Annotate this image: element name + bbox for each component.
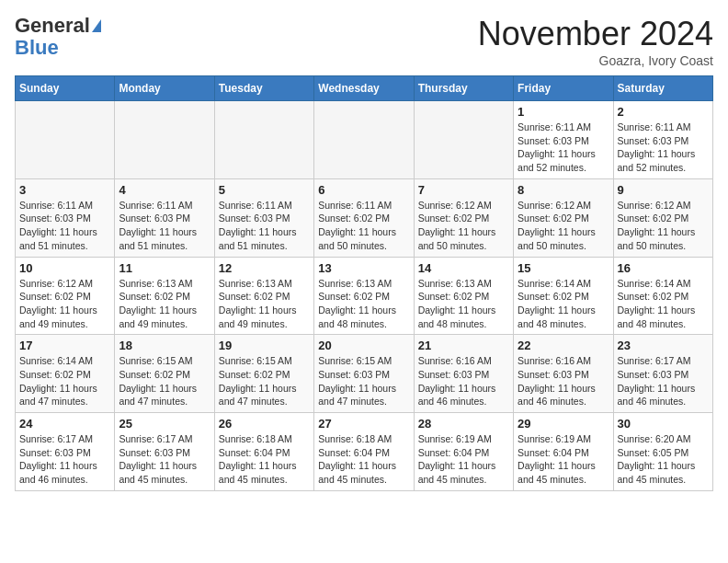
calendar-cell: 22Sunrise: 6:16 AMSunset: 6:03 PMDayligh…: [514, 335, 613, 413]
calendar-week-row: 10Sunrise: 6:12 AMSunset: 6:02 PMDayligh…: [16, 257, 713, 335]
day-number: 3: [19, 183, 110, 197]
calendar-cell: 20Sunrise: 6:15 AMSunset: 6:03 PMDayligh…: [314, 335, 414, 413]
calendar-cell: 4Sunrise: 6:11 AMSunset: 6:03 PMDaylight…: [115, 178, 214, 257]
day-number: 16: [618, 261, 709, 275]
calendar-cell: 7Sunrise: 6:12 AMSunset: 6:02 PMDaylight…: [414, 178, 513, 257]
calendar-week-row: 1Sunrise: 6:11 AMSunset: 6:03 PMDaylight…: [16, 101, 713, 179]
calendar-week-row: 17Sunrise: 6:14 AMSunset: 6:02 PMDayligh…: [16, 335, 713, 413]
day-number: 21: [418, 339, 509, 352]
calendar-cell: 27Sunrise: 6:18 AMSunset: 6:04 PMDayligh…: [314, 413, 414, 491]
logo-blue: Blue: [15, 37, 59, 59]
weekday-header: Sunday: [16, 76, 115, 101]
day-info: Sunrise: 6:14 AMSunset: 6:02 PMDaylight:…: [19, 354, 110, 408]
calendar-cell: 15Sunrise: 6:14 AMSunset: 6:02 PMDayligh…: [514, 257, 613, 335]
day-info: Sunrise: 6:18 AMSunset: 6:04 PMDaylight:…: [318, 432, 409, 487]
day-info: Sunrise: 6:14 AMSunset: 6:02 PMDaylight:…: [518, 277, 609, 331]
day-number: 9: [618, 183, 709, 197]
day-number: 13: [318, 261, 409, 275]
calendar-cell: 11Sunrise: 6:13 AMSunset: 6:02 PMDayligh…: [115, 257, 214, 335]
day-number: 11: [119, 261, 210, 275]
weekday-header: Tuesday: [214, 76, 313, 101]
page-header: General Blue November 2024 Goazra, Ivory…: [15, 15, 713, 68]
calendar-cell: [214, 101, 313, 179]
day-number: 25: [119, 417, 210, 431]
day-info: Sunrise: 6:11 AMSunset: 6:03 PMDaylight:…: [19, 199, 110, 253]
day-number: 2: [618, 105, 709, 119]
weekday-header: Saturday: [613, 76, 712, 101]
day-info: Sunrise: 6:15 AMSunset: 6:02 PMDaylight:…: [119, 354, 210, 408]
day-info: Sunrise: 6:17 AMSunset: 6:03 PMDaylight:…: [119, 432, 210, 487]
day-info: Sunrise: 6:15 AMSunset: 6:02 PMDaylight:…: [219, 354, 310, 408]
day-info: Sunrise: 6:11 AMSunset: 6:03 PMDaylight:…: [119, 199, 210, 253]
calendar-cell: 24Sunrise: 6:17 AMSunset: 6:03 PMDayligh…: [16, 413, 115, 491]
day-number: 27: [318, 417, 409, 431]
day-info: Sunrise: 6:11 AMSunset: 6:03 PMDaylight:…: [219, 199, 310, 253]
day-info: Sunrise: 6:14 AMSunset: 6:02 PMDaylight:…: [618, 277, 709, 331]
month-title: November 2024: [478, 15, 713, 53]
day-info: Sunrise: 6:19 AMSunset: 6:04 PMDaylight:…: [418, 432, 509, 487]
weekday-header: Wednesday: [314, 76, 414, 101]
day-info: Sunrise: 6:17 AMSunset: 6:03 PMDaylight:…: [19, 432, 110, 487]
calendar-cell: 21Sunrise: 6:16 AMSunset: 6:03 PMDayligh…: [414, 335, 513, 413]
calendar-cell: 16Sunrise: 6:14 AMSunset: 6:02 PMDayligh…: [613, 257, 712, 335]
calendar-cell: 29Sunrise: 6:19 AMSunset: 6:04 PMDayligh…: [514, 413, 613, 491]
calendar-cell: 6Sunrise: 6:11 AMSunset: 6:02 PMDaylight…: [314, 178, 414, 257]
day-number: 20: [318, 339, 409, 352]
weekday-header: Monday: [115, 76, 214, 101]
day-number: 28: [418, 417, 509, 431]
day-number: 14: [418, 261, 509, 275]
day-info: Sunrise: 6:11 AMSunset: 6:02 PMDaylight:…: [318, 199, 409, 253]
calendar-cell: 8Sunrise: 6:12 AMSunset: 6:02 PMDaylight…: [514, 178, 613, 257]
day-number: 24: [19, 417, 110, 431]
calendar-week-row: 24Sunrise: 6:17 AMSunset: 6:03 PMDayligh…: [16, 413, 713, 491]
calendar-cell: 14Sunrise: 6:13 AMSunset: 6:02 PMDayligh…: [414, 257, 513, 335]
day-number: 30: [618, 417, 709, 431]
day-info: Sunrise: 6:13 AMSunset: 6:02 PMDaylight:…: [418, 277, 509, 331]
weekday-header: Thursday: [414, 76, 513, 101]
calendar-cell: 26Sunrise: 6:18 AMSunset: 6:04 PMDayligh…: [214, 413, 313, 491]
day-number: 8: [518, 183, 609, 197]
calendar-cell: 25Sunrise: 6:17 AMSunset: 6:03 PMDayligh…: [115, 413, 214, 491]
logo: General Blue: [15, 15, 101, 59]
calendar-cell: 2Sunrise: 6:11 AMSunset: 6:03 PMDaylight…: [613, 101, 712, 179]
day-number: 15: [518, 261, 609, 275]
day-number: 7: [418, 183, 509, 197]
location: Goazra, Ivory Coast: [478, 53, 713, 68]
day-number: 12: [219, 261, 310, 275]
calendar-cell: [115, 101, 214, 179]
calendar-cell: 12Sunrise: 6:13 AMSunset: 6:02 PMDayligh…: [214, 257, 313, 335]
day-info: Sunrise: 6:12 AMSunset: 6:02 PMDaylight:…: [19, 277, 110, 331]
calendar-cell: 23Sunrise: 6:17 AMSunset: 6:03 PMDayligh…: [613, 335, 712, 413]
calendar-cell: [414, 101, 513, 179]
day-number: 18: [119, 339, 210, 352]
day-info: Sunrise: 6:20 AMSunset: 6:05 PMDaylight:…: [618, 432, 709, 487]
calendar-header-row: SundayMondayTuesdayWednesdayThursdayFrid…: [16, 76, 713, 101]
day-info: Sunrise: 6:16 AMSunset: 6:03 PMDaylight:…: [518, 354, 609, 408]
calendar-cell: [16, 101, 115, 179]
day-info: Sunrise: 6:12 AMSunset: 6:02 PMDaylight:…: [518, 199, 609, 253]
day-number: 4: [119, 183, 210, 197]
day-number: 26: [219, 417, 310, 431]
calendar-cell: [314, 101, 414, 179]
day-number: 10: [19, 261, 110, 275]
day-info: Sunrise: 6:13 AMSunset: 6:02 PMDaylight:…: [219, 277, 310, 331]
calendar-cell: 28Sunrise: 6:19 AMSunset: 6:04 PMDayligh…: [414, 413, 513, 491]
day-info: Sunrise: 6:12 AMSunset: 6:02 PMDaylight:…: [618, 199, 709, 253]
calendar-cell: 1Sunrise: 6:11 AMSunset: 6:03 PMDaylight…: [514, 101, 613, 179]
calendar-week-row: 3Sunrise: 6:11 AMSunset: 6:03 PMDaylight…: [16, 178, 713, 257]
day-info: Sunrise: 6:19 AMSunset: 6:04 PMDaylight:…: [518, 432, 609, 487]
title-area: November 2024 Goazra, Ivory Coast: [478, 15, 713, 68]
day-number: 6: [318, 183, 409, 197]
day-number: 29: [518, 417, 609, 431]
calendar-cell: 30Sunrise: 6:20 AMSunset: 6:05 PMDayligh…: [613, 413, 712, 491]
calendar-cell: 17Sunrise: 6:14 AMSunset: 6:02 PMDayligh…: [16, 335, 115, 413]
calendar-cell: 3Sunrise: 6:11 AMSunset: 6:03 PMDaylight…: [16, 178, 115, 257]
day-info: Sunrise: 6:17 AMSunset: 6:03 PMDaylight:…: [618, 354, 709, 408]
logo-general: General: [15, 15, 90, 37]
calendar-cell: 9Sunrise: 6:12 AMSunset: 6:02 PMDaylight…: [613, 178, 712, 257]
calendar-cell: 5Sunrise: 6:11 AMSunset: 6:03 PMDaylight…: [214, 178, 313, 257]
day-info: Sunrise: 6:12 AMSunset: 6:02 PMDaylight:…: [418, 199, 509, 253]
day-info: Sunrise: 6:16 AMSunset: 6:03 PMDaylight:…: [418, 354, 509, 408]
weekday-header: Friday: [514, 76, 613, 101]
day-info: Sunrise: 6:11 AMSunset: 6:03 PMDaylight:…: [618, 121, 709, 175]
